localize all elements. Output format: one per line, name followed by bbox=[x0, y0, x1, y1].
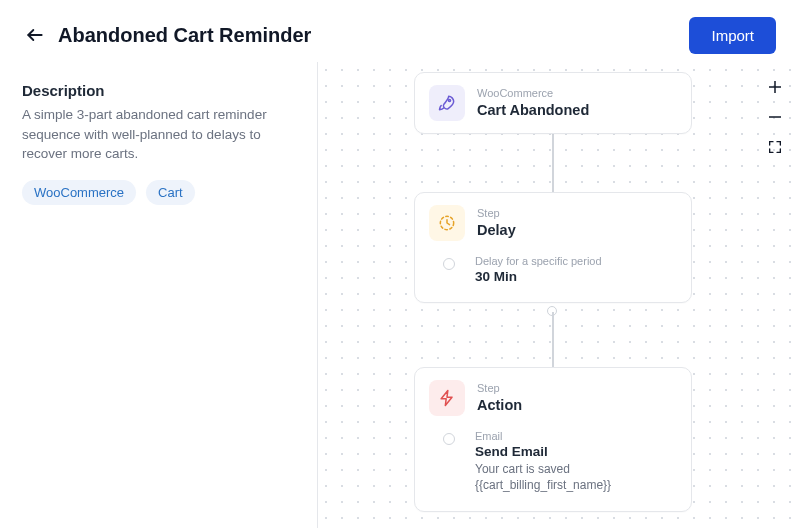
clock-icon bbox=[429, 205, 465, 241]
detail-title: Send Email bbox=[475, 444, 677, 459]
fullscreen-button[interactable] bbox=[764, 136, 786, 158]
detail-label: Delay for a specific period bbox=[475, 255, 677, 267]
bolt-icon bbox=[429, 380, 465, 416]
node-text: WooCommerce Cart Abandoned bbox=[477, 88, 589, 118]
node-detail: Delay for a specific period 30 Min bbox=[429, 255, 677, 284]
connector-line bbox=[552, 312, 554, 367]
node-title: Delay bbox=[477, 222, 516, 238]
node-text: Step Delay bbox=[477, 208, 516, 238]
node-delay[interactable]: Step Delay Delay for a specific period 3… bbox=[414, 192, 692, 303]
zoom-controls bbox=[764, 76, 786, 158]
node-title: Action bbox=[477, 397, 522, 413]
page-body: Description A simple 3-part abandoned ca… bbox=[0, 62, 800, 528]
detail-body: Your cart is saved {{cart_billing_first_… bbox=[475, 461, 677, 493]
header-left: Abandoned Cart Reminder bbox=[24, 24, 311, 47]
node-header: Step Delay bbox=[429, 205, 677, 241]
node-category: WooCommerce bbox=[477, 88, 589, 99]
node-text: Step Action bbox=[477, 383, 522, 413]
svg-marker-6 bbox=[441, 391, 452, 406]
node-header: Step Action bbox=[429, 380, 677, 416]
import-button[interactable]: Import bbox=[689, 17, 776, 54]
detail-label: Email bbox=[475, 430, 677, 442]
node-action[interactable]: Step Action Email Send Email Your cart i… bbox=[414, 367, 692, 512]
node-category: Step bbox=[477, 383, 522, 394]
tag-woocommerce[interactable]: WooCommerce bbox=[22, 180, 136, 205]
node-category: Step bbox=[477, 208, 516, 219]
node-detail: Email Send Email Your cart is saved {{ca… bbox=[429, 430, 677, 493]
detail-title: 30 Min bbox=[475, 269, 677, 284]
workflow-canvas[interactable]: WooCommerce Cart Abandoned Step Delay De… bbox=[318, 62, 800, 528]
page-header: Abandoned Cart Reminder Import bbox=[0, 0, 800, 62]
description-heading: Description bbox=[22, 82, 295, 99]
page-title: Abandoned Cart Reminder bbox=[58, 24, 311, 47]
svg-point-4 bbox=[448, 99, 450, 101]
description-text: A simple 3-part abandoned cart reminder … bbox=[22, 105, 295, 164]
rocket-icon bbox=[429, 85, 465, 121]
tag-cart[interactable]: Cart bbox=[146, 180, 195, 205]
description-sidebar: Description A simple 3-part abandoned ca… bbox=[0, 62, 318, 528]
node-title: Cart Abandoned bbox=[477, 102, 589, 118]
tag-list: WooCommerce Cart bbox=[22, 180, 295, 205]
node-trigger[interactable]: WooCommerce Cart Abandoned bbox=[414, 72, 692, 134]
zoom-out-button[interactable] bbox=[764, 106, 786, 128]
back-arrow-icon[interactable] bbox=[24, 24, 46, 46]
zoom-in-button[interactable] bbox=[764, 76, 786, 98]
node-header: WooCommerce Cart Abandoned bbox=[429, 85, 677, 121]
